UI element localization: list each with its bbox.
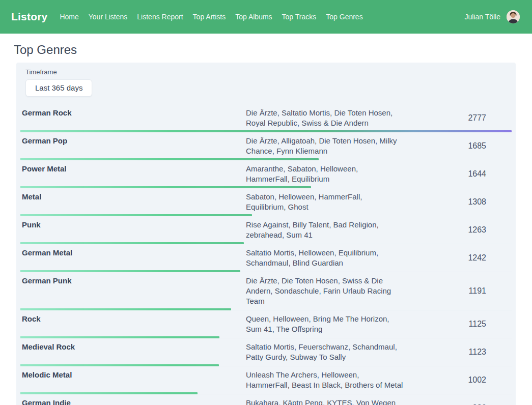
nav-item-top-albums[interactable]: Top Albums: [235, 13, 272, 21]
genre-count: 1685: [404, 141, 512, 151]
page-title: Top Genres: [14, 43, 532, 57]
genre-name: Power Metal: [20, 164, 246, 174]
genre-name: German Metal: [20, 248, 246, 258]
genre-row: RockQueen, Helloween, Bring Me The Horiz…: [20, 310, 512, 338]
genre-name: Metal: [20, 192, 246, 202]
avatar-photo: [507, 10, 520, 23]
timeframe-select[interactable]: Last 365 days: [25, 79, 92, 97]
genre-count: 1644: [404, 169, 512, 179]
genre-artists: Amaranthe, Sabaton, Helloween, HammerFal…: [246, 164, 404, 184]
genre-artists: Saltatio Mortis, Helloween, Equilibrium,…: [246, 248, 404, 268]
genre-row: Melodic MetalUnleash The Archers, Hellow…: [20, 366, 512, 394]
navbar: Listory Home Your Listens Listens Report…: [0, 0, 532, 34]
genre-row: German PopDie Ärzte, Alligatoah, Die Tot…: [20, 132, 512, 160]
main-content: Top Genres Timeframe Last 365 days Germa…: [0, 43, 532, 405]
genre-artists: Unleash The Archers, Helloween, HammerFa…: [246, 370, 404, 390]
nav-links: Home Your Listens Listens Report Top Art…: [60, 13, 362, 21]
genre-artists: Die Ärzte, Alligatoah, Die Toten Hosen, …: [246, 136, 404, 156]
genre-row: German PunkDie Ärzte, Die Toten Hosen, S…: [20, 272, 512, 310]
nav-item-home[interactable]: Home: [60, 13, 78, 21]
genre-artists: Rise Against, Billy Talent, Bad Religion…: [246, 220, 404, 240]
genre-artists: Bukahara, Käptn Peng, KYTES, Von Wegen L…: [246, 398, 404, 405]
genre-row: Medieval RockSaltatio Mortis, Feuerschwa…: [20, 338, 512, 366]
nav-item-top-artists[interactable]: Top Artists: [193, 13, 226, 21]
genre-artists: Die Ärzte, Die Toten Hosen, Swiss & Die …: [246, 276, 404, 306]
genre-count: 1123: [404, 348, 512, 357]
genre-artists: Die Ärzte, Saltatio Mortis, Die Toten Ho…: [246, 108, 404, 128]
user-avatar[interactable]: [507, 10, 520, 23]
genre-count: 2777: [404, 113, 512, 123]
genre-row: PunkRise Against, Billy Talent, Bad Reli…: [20, 216, 512, 244]
genre-artists: Sabaton, Helloween, HammerFall, Equilibr…: [246, 192, 404, 212]
genre-name: Melodic Metal: [20, 370, 246, 380]
genre-name: German Punk: [20, 276, 246, 286]
genre-count: 1191: [404, 286, 512, 296]
genre-row: MetalSabaton, Helloween, HammerFall, Equ…: [20, 188, 512, 216]
genre-row: German IndieBukahara, Käptn Peng, KYTES,…: [20, 394, 512, 405]
nav-item-listens-report[interactable]: Listens Report: [137, 13, 183, 21]
top-genres-card: Timeframe Last 365 days German RockDie Ä…: [16, 63, 516, 405]
timeframe-label: Timeframe: [25, 68, 512, 76]
genre-artists: Queen, Helloween, Bring Me The Horizon, …: [246, 314, 404, 334]
nav-item-top-genres[interactable]: Top Genres: [326, 13, 362, 21]
genre-name: Medieval Rock: [20, 342, 246, 352]
genre-artists: Saltatio Mortis, Feuerschwanz, Schandmau…: [246, 342, 404, 362]
genre-count: 1308: [404, 197, 512, 207]
navbar-user-area: Julian Tölle: [464, 10, 520, 23]
app-logo[interactable]: Listory: [11, 11, 47, 23]
genre-name: German Pop: [20, 136, 246, 146]
genre-count: 1242: [404, 253, 512, 263]
nav-item-your-listens[interactable]: Your Listens: [89, 13, 128, 21]
genre-count: 1002: [404, 375, 512, 385]
genre-row: Power MetalAmaranthe, Sabaton, Helloween…: [20, 160, 512, 188]
genre-name: German Rock: [20, 108, 246, 118]
genre-name: Punk: [20, 220, 246, 230]
genre-row: German MetalSaltatio Mortis, Helloween, …: [20, 244, 512, 272]
user-name: Julian Tölle: [464, 13, 500, 21]
nav-item-top-tracks[interactable]: Top Tracks: [282, 13, 317, 21]
genre-name: Rock: [20, 314, 246, 324]
genre-name: German Indie: [20, 398, 246, 405]
genre-count: 1263: [404, 225, 512, 235]
genres-table: German RockDie Ärzte, Saltatio Mortis, D…: [20, 104, 512, 405]
genre-count: 1125: [404, 320, 512, 329]
timeframe-field: Timeframe Last 365 days: [20, 63, 512, 97]
genre-row: German RockDie Ärzte, Saltatio Mortis, D…: [20, 104, 512, 132]
